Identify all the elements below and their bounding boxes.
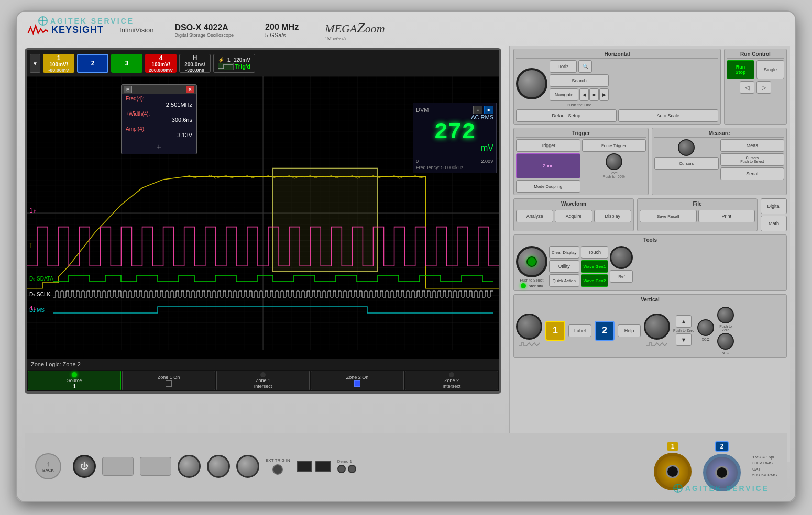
- print-btn[interactable]: Print: [698, 210, 755, 222]
- ref-knob[interactable]: [610, 246, 633, 269]
- ch1-vert-btn[interactable]: 1: [545, 321, 565, 341]
- dvm-active-icon[interactable]: ■: [484, 106, 493, 114]
- ch2-button[interactable]: 2: [77, 54, 108, 73]
- default-setup-btn[interactable]: Default Setup: [516, 109, 617, 122]
- trig-meas-row: Trigger Trigger Force Trigger Zone Level…: [513, 128, 787, 195]
- file-section: File Save Recall Print: [637, 198, 758, 231]
- zone1-checkbox: [166, 380, 172, 387]
- source-softkey[interactable]: Source 1: [28, 371, 121, 390]
- ch2-bnc-connector[interactable]: [703, 454, 741, 491]
- nav-stop-btn[interactable]: ■: [589, 88, 599, 101]
- vert-pos-knob2[interactable]: [717, 307, 734, 323]
- vert-pos-knob3[interactable]: [717, 333, 734, 350]
- front-knob-3[interactable]: [236, 455, 259, 478]
- vert-scale-knob1[interactable]: [516, 314, 542, 340]
- waveform-section: Waveform Analyze Acquire Display: [513, 198, 634, 231]
- quick-action-btn[interactable]: Quick Action: [549, 274, 579, 287]
- horizontal-section: Horizontal Horiz 🔍 Search Navigate: [513, 49, 721, 125]
- zone-btn[interactable]: Zone: [516, 153, 580, 178]
- front-knob-2[interactable]: [207, 455, 230, 478]
- wave-sym-2: [646, 341, 667, 348]
- trigger-btn[interactable]: Trigger: [516, 139, 580, 152]
- front-knob-1[interactable]: [178, 455, 201, 478]
- zone2-intersect-softkey[interactable]: Zone 2 Intersect: [405, 371, 498, 390]
- horizontal-title: Horizontal: [516, 51, 718, 59]
- analyze-btn[interactable]: Analyze: [516, 210, 553, 222]
- ch4-button[interactable]: 4 100mV/ 200.000mV: [145, 54, 177, 73]
- channel-bar: ▼ 1 100mV/ -80.00mV 2 3 4 100mV/ 200.000…: [27, 50, 499, 76]
- ch3-button[interactable]: 3: [111, 54, 142, 73]
- vert-down-btn[interactable]: ▼: [676, 333, 692, 346]
- wave-gen1-btn[interactable]: Wave Gen1: [581, 260, 609, 273]
- nav-right-btn[interactable]: ▶: [599, 88, 609, 101]
- vert-knob1-col: [516, 314, 542, 348]
- zone1-on-softkey[interactable]: Zone 1 On: [122, 371, 215, 390]
- trigger-button[interactable]: ⚡ 1 120mV Trig'd: [213, 54, 255, 73]
- acquire-btn[interactable]: Acquire: [555, 210, 592, 222]
- meas-close-button[interactable]: ✕: [186, 86, 194, 93]
- save-recall-btn[interactable]: Save Recall: [640, 210, 697, 222]
- bandwidth: 200 MHz: [265, 23, 299, 32]
- nav-left-btn[interactable]: ◀: [579, 88, 589, 101]
- ch1-bnc-connector[interactable]: [654, 453, 692, 490]
- display-btn[interactable]: Display: [594, 210, 631, 222]
- power-button[interactable]: ⏻: [73, 455, 96, 478]
- cursors-btn[interactable]: Cursors: [654, 157, 719, 170]
- meas-icon: ⊞: [124, 86, 132, 93]
- wf-file-row: Waveform Analyze Acquire Display File Sa…: [513, 198, 787, 231]
- mode-coupling-btn[interactable]: Mode Coupling: [516, 180, 580, 193]
- vert-up-btn[interactable]: ▲: [676, 315, 692, 328]
- intensity-knob[interactable]: [516, 246, 547, 277]
- vert-pos-knob1-col: 50Ω: [697, 319, 714, 342]
- meas-add-button[interactable]: +: [122, 140, 196, 154]
- tools-btns-col2: Touch Wave Gen1 Wave Gen2: [581, 246, 609, 288]
- run-control-title: Run Control: [727, 51, 784, 59]
- wave-gen2-btn[interactable]: Wave Gen2: [581, 274, 609, 287]
- zone2-on-softkey[interactable]: Zone 2 On: [311, 371, 404, 390]
- run-stop-btn[interactable]: Run Stop: [727, 60, 754, 79]
- force-trigger-btn[interactable]: Force Trigger: [582, 139, 646, 152]
- meas-ampl: Ampl(4): 3.13V: [122, 125, 196, 140]
- status-bar: Zone Logic: Zone 2: [27, 359, 499, 370]
- digital-btn[interactable]: Digital: [761, 198, 787, 214]
- zoom-btn[interactable]: 🔍: [578, 60, 592, 73]
- serial-btn[interactable]: Serial: [720, 167, 785, 180]
- math-btn[interactable]: Math: [761, 216, 787, 231]
- trigger-level-knob[interactable]: [606, 153, 622, 170]
- horiz-btn[interactable]: Horiz: [550, 60, 577, 73]
- label-btn[interactable]: Label: [568, 324, 591, 337]
- single-btn[interactable]: Single: [756, 60, 784, 79]
- vert-pos-knob1[interactable]: [697, 319, 714, 336]
- run-left-arrow[interactable]: ◁: [740, 81, 754, 94]
- ch2-vert-btn[interactable]: 2: [595, 321, 615, 341]
- front-btn-2[interactable]: [140, 457, 171, 476]
- navigate-btn[interactable]: Navigate: [550, 88, 578, 101]
- horizontal-scale-knob[interactable]: [516, 68, 547, 99]
- meas-btn[interactable]: Meas: [720, 139, 785, 152]
- touch-btn[interactable]: Touch: [581, 246, 609, 259]
- ch1-button[interactable]: 1 100mV/ -80.00mV: [43, 54, 74, 73]
- cursors-knob[interactable]: [678, 139, 695, 156]
- help-btn[interactable]: Help: [618, 324, 641, 337]
- demo-area: Demo 1: [337, 459, 356, 473]
- horiz-run-row: Horizontal Horiz 🔍 Search Navigate: [513, 49, 787, 125]
- clear-display-btn[interactable]: Clear Display: [549, 246, 579, 259]
- spec-text: 1MΩ ≡ 16pF300V RMSCAT I50Ω 5V RMS: [752, 454, 777, 478]
- ref-btn[interactable]: Ref: [610, 270, 633, 283]
- front-btn-1[interactable]: [102, 457, 134, 476]
- zone1-intersect-softkey[interactable]: Zone 1 Intersect: [216, 371, 310, 390]
- auto-scale-btn[interactable]: Auto Scale: [618, 109, 719, 122]
- series-name: InfiniiVision: [119, 26, 154, 34]
- run-right-arrow[interactable]: ▷: [756, 81, 771, 94]
- back-button[interactable]: ↑ BACK: [35, 453, 61, 479]
- intensity-label-row: Intensity: [521, 283, 543, 288]
- search-btn[interactable]: Search: [550, 74, 609, 87]
- side-btns: Digital Math: [761, 198, 787, 231]
- utility-btn[interactable]: Utility: [549, 260, 579, 273]
- channel-dropdown[interactable]: ▼: [30, 54, 40, 73]
- cursors2-btn[interactable]: CursorsPush to Select: [720, 153, 785, 166]
- vert-pos-knob2-col: Push toZero 50Ω: [717, 306, 734, 355]
- horiz-button[interactable]: H 200.0ns/ -320.0ns: [179, 54, 211, 73]
- meas-col: Meas CursorsPush to Select Serial: [720, 139, 785, 180]
- vert-scale-knob2[interactable]: [644, 314, 670, 340]
